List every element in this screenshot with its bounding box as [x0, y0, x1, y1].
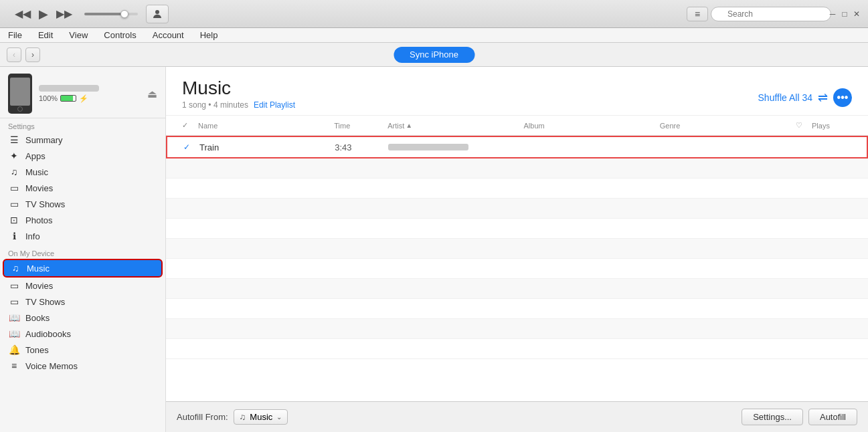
sidebar-item-summary[interactable]: ☰ Summary: [0, 132, 165, 148]
minimize-button[interactable]: ─: [828, 9, 837, 19]
maximize-button[interactable]: □: [840, 9, 849, 19]
edit-playlist-link[interactable]: Edit Playlist: [254, 100, 295, 110]
col-artist[interactable]: Artist ▲: [387, 118, 523, 132]
list-view-button[interactable]: ≡: [687, 7, 708, 21]
device-tv-shows-label: TV Shows: [25, 297, 65, 307]
search-input[interactable]: [711, 7, 831, 21]
back-button[interactable]: ‹: [7, 47, 21, 62]
device-tv-shows-icon: ▭: [8, 296, 20, 307]
apps-label: Apps: [25, 151, 46, 161]
sidebar-item-music[interactable]: ♫ Music: [0, 164, 165, 180]
artist-sort-arrow: ▲: [406, 122, 412, 129]
sidebar-settings-label: Settings: [0, 118, 165, 132]
music-subtitle: 1 song • 4 minutes Edit Playlist: [182, 100, 295, 110]
movies-icon: ▭: [8, 183, 20, 193]
sidebar-item-device-voice-memos[interactable]: ≡ Voice Memos: [0, 358, 165, 374]
device-music-icon: ♫: [9, 263, 21, 274]
table-row[interactable]: [166, 339, 868, 359]
device-audiobooks-icon: 📖: [8, 328, 20, 339]
music-title-block: Music 1 song • 4 minutes Edit Playlist: [182, 78, 295, 110]
col-name[interactable]: Name: [198, 118, 334, 132]
fast-forward-button[interactable]: ▶▶: [54, 6, 75, 21]
close-button[interactable]: ✕: [852, 9, 861, 19]
movies-label: Movies: [25, 183, 53, 193]
table-row[interactable]: [166, 179, 868, 199]
rewind-button[interactable]: ◀◀: [12, 6, 33, 21]
device-icon: [8, 74, 32, 114]
autofill-source-select[interactable]: ♫ Music ⌄: [234, 409, 288, 425]
sidebar-item-apps[interactable]: ✦ Apps: [0, 148, 165, 164]
menu-controls[interactable]: Controls: [101, 30, 139, 40]
device-voice-memos-label: Voice Memos: [25, 361, 78, 371]
photos-icon: ⊡: [8, 215, 20, 225]
summary-label: Summary: [25, 135, 63, 145]
menu-bar: File Edit View Controls Account Help: [0, 28, 868, 43]
shuffle-all-label[interactable]: Shuffle All 34: [758, 92, 812, 103]
settings-button[interactable]: Settings...: [742, 409, 803, 425]
more-button[interactable]: •••: [833, 88, 852, 107]
device-info: 100% ⚡: [39, 85, 141, 103]
tv-shows-label: TV Shows: [25, 199, 65, 209]
music-icon: ♫: [8, 167, 20, 177]
svg-point-0: [155, 10, 159, 14]
play-button[interactable]: ▶: [36, 5, 51, 23]
apps-icon: ✦: [8, 150, 20, 161]
device-books-icon: 📖: [8, 312, 20, 323]
sync-button[interactable]: Sync iPhone: [394, 47, 474, 63]
table-row[interactable]: [166, 279, 868, 299]
charging-icon: ⚡: [79, 94, 88, 103]
table-row[interactable]: [166, 158, 868, 179]
table-row[interactable]: [166, 259, 868, 279]
sidebar-item-photos[interactable]: ⊡ Photos: [0, 212, 165, 228]
sidebar: 100% ⚡ ⏏ Settings ☰ Summary ✦ Apps ♫ Mus…: [0, 67, 166, 432]
table-row[interactable]: [166, 199, 868, 219]
table-row[interactable]: [166, 239, 868, 259]
autofill-button[interactable]: Autofill: [808, 409, 857, 425]
table-row[interactable]: [166, 219, 868, 239]
sidebar-item-movies[interactable]: ▭ Movies: [0, 180, 165, 196]
col-album[interactable]: Album: [524, 118, 660, 132]
menu-view[interactable]: View: [66, 30, 90, 40]
col-time[interactable]: Time: [334, 118, 387, 132]
account-button[interactable]: [146, 5, 169, 23]
device-movies-label: Movies: [25, 281, 53, 291]
eject-button[interactable]: ⏏: [147, 88, 157, 100]
col-genre[interactable]: Genre: [660, 118, 796, 132]
sidebar-item-device-books[interactable]: 📖 Books: [0, 310, 165, 326]
menu-edit[interactable]: Edit: [35, 30, 56, 40]
menu-help[interactable]: Help: [197, 30, 221, 40]
col-heart[interactable]: ♡: [796, 118, 812, 132]
search-area: ≡ 🔍: [687, 7, 831, 21]
sidebar-item-info[interactable]: ℹ Info: [0, 228, 165, 244]
on-my-device-label: On My Device: [0, 244, 165, 259]
autofill-chevron-icon: ⌄: [276, 413, 282, 421]
sidebar-item-device-movies[interactable]: ▭ Movies: [0, 278, 165, 294]
info-icon: ℹ: [8, 231, 20, 241]
table-row[interactable]: [166, 319, 868, 339]
shuffle-icon[interactable]: ⇌: [818, 90, 828, 105]
menu-file[interactable]: File: [5, 30, 25, 40]
table-row[interactable]: [166, 299, 868, 319]
window-controls: ─ □ ✕: [828, 9, 861, 19]
sidebar-item-device-music[interactable]: ♫ Music: [3, 259, 163, 278]
row-check[interactable]: ✓: [183, 142, 199, 152]
sidebar-item-device-audiobooks[interactable]: 📖 Audiobooks: [0, 326, 165, 342]
battery-pct-label: 100%: [39, 94, 58, 102]
artist-blur-placeholder: [388, 144, 468, 150]
music-source-icon: ♫: [240, 412, 246, 422]
col-plays[interactable]: Plays: [812, 118, 852, 132]
forward-button[interactable]: ›: [25, 47, 40, 62]
sidebar-item-tv-shows[interactable]: ▭ TV Shows: [0, 196, 165, 212]
sidebar-item-device-tones[interactable]: 🔔 Tones: [0, 342, 165, 358]
volume-slider[interactable]: [84, 13, 138, 15]
device-audiobooks-label: Audiobooks: [25, 329, 71, 339]
volume-thumb[interactable]: [120, 10, 128, 18]
song-time: 3:43: [335, 142, 388, 152]
music-header: Music 1 song • 4 minutes Edit Playlist S…: [166, 67, 868, 116]
summary-icon: ☰: [8, 134, 20, 145]
sidebar-item-device-tv-shows[interactable]: ▭ TV Shows: [0, 294, 165, 310]
menu-account[interactable]: Account: [150, 30, 187, 40]
table-row[interactable]: ✓ Train 3:43: [166, 136, 868, 158]
title-bar: ◀◀ ▶ ▶▶ ≡ 🔍 ─ □ ✕: [0, 0, 868, 28]
battery-row: 100% ⚡: [39, 94, 141, 103]
